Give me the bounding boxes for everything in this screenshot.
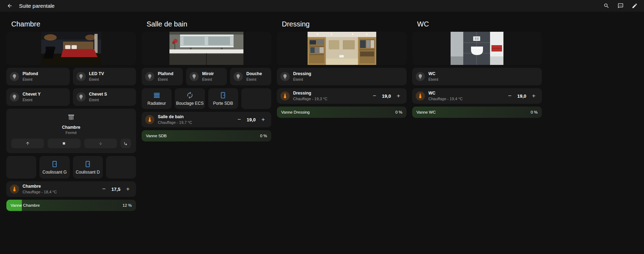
dashboard-view: Chambre Plafond xyxy=(0,12,644,214)
button-tile-radiateur[interactable]: Radiateur xyxy=(142,88,172,109)
light-tile-sdb-plafond[interactable]: Plafond Éteint xyxy=(142,68,183,85)
button-tile-bouclage-ecs[interactable]: Bouclage ECS xyxy=(175,88,205,109)
climate-tile-wc[interactable]: WC Chauffage - 19,4 °C − 19,0 + xyxy=(412,88,542,104)
picture-card-wc[interactable] xyxy=(412,32,542,65)
climate-tile-chambre[interactable]: Chambre Chauffage - 18,4 °C − 17,5 + xyxy=(6,181,136,197)
cover-controls xyxy=(11,139,131,148)
climate-tile-dressing[interactable]: Dressing Chauffage - 19,3 °C − 19,0 + xyxy=(277,88,407,104)
column-salle-de-bain: Salle de bain xyxy=(142,14,271,214)
wc-photo xyxy=(451,32,503,65)
button-label: Radiateur xyxy=(148,101,166,106)
button-label: Bouclage ECS xyxy=(176,101,204,106)
thermostat-icon xyxy=(145,115,154,124)
room-title-wc: WC xyxy=(412,20,542,28)
light-state: Éteint xyxy=(202,77,214,82)
temp-decrease-button[interactable]: − xyxy=(370,91,379,101)
picture-card-chambre[interactable] xyxy=(6,32,136,65)
temp-decrease-button[interactable]: − xyxy=(505,91,514,101)
valve-value: 0 % xyxy=(260,134,267,138)
valve-bar-chambre[interactable]: Vanne Chambre 12 % xyxy=(6,200,136,211)
button-tile-coulissant-g[interactable]: Coulissant G xyxy=(39,156,69,179)
climate-name: WC xyxy=(428,91,463,96)
climate-tile-salle-de-bain[interactable]: Salle de bain Chauffage - 19,7 °C − 19,0… xyxy=(142,112,271,127)
climate-name: Chambre xyxy=(23,184,57,189)
cover-stop-button[interactable] xyxy=(48,139,80,148)
temp-setpoint: 17,5 xyxy=(109,187,123,192)
light-tile-chambre-chevet-y[interactable]: Chevet Y Éteint xyxy=(6,88,70,106)
thermostat-icon xyxy=(280,91,290,101)
cover-card-chambre: Chambre Fermé xyxy=(6,109,136,153)
light-tile-chambre-chevet-s[interactable]: Chevet S Éteint xyxy=(73,88,136,106)
thermostat-icon xyxy=(10,185,19,194)
light-tile-sdb-miroir[interactable]: Miroir Éteint xyxy=(186,68,227,85)
chat-icon xyxy=(618,3,624,9)
lightbulb-icon xyxy=(280,72,290,81)
temp-increase-button[interactable]: + xyxy=(123,185,132,194)
light-state: Éteint xyxy=(89,77,104,82)
temp-increase-button[interactable]: + xyxy=(259,115,268,124)
light-state: Éteint xyxy=(428,77,438,82)
light-name: Miroir xyxy=(202,72,214,77)
light-name: Chevet Y xyxy=(23,92,41,97)
column-chambre: Chambre Plafond xyxy=(6,14,136,214)
lightbulb-icon xyxy=(416,72,425,81)
lightbulb-icon xyxy=(10,72,19,81)
valve-name: Vanne Dressing xyxy=(281,110,310,114)
temperature-controls: − 17,5 + xyxy=(99,185,132,194)
page-title: Suite parentale xyxy=(19,3,55,9)
cover-open-button[interactable] xyxy=(11,139,44,148)
light-state: Éteint xyxy=(23,77,38,82)
button-label: Coulissant D xyxy=(76,170,100,175)
light-state: Éteint xyxy=(246,77,262,82)
temp-increase-button[interactable]: + xyxy=(529,91,538,101)
light-tile-chambre-ledtv[interactable]: LED TV Éteint xyxy=(73,68,136,85)
edit-dashboard-button[interactable] xyxy=(630,1,639,11)
temp-increase-button[interactable]: + xyxy=(394,91,403,101)
column-dressing: Dressing xyxy=(277,14,407,214)
valve-name: Vanne Chambre xyxy=(11,203,40,207)
thermostat-icon xyxy=(416,91,425,101)
sliding-door-icon xyxy=(84,160,92,168)
dressing-photo xyxy=(308,32,376,65)
salle-de-bain-photo xyxy=(169,32,243,65)
light-tile-sdb-douche[interactable]: Douche Éteint xyxy=(230,68,271,85)
light-name: Plafond xyxy=(158,72,173,77)
temperature-controls: − 19,0 + xyxy=(235,115,268,124)
climate-state: Chauffage - 19,3 °C xyxy=(293,97,327,101)
back-button[interactable] xyxy=(5,1,14,11)
cover-close-button[interactable] xyxy=(84,139,117,148)
picture-card-salle-de-bain[interactable] xyxy=(142,32,271,65)
temp-setpoint: 19,0 xyxy=(380,93,393,99)
picture-card-dressing[interactable] xyxy=(277,32,407,65)
button-tile-coulissant-d[interactable]: Coulissant D xyxy=(73,156,103,179)
assist-button[interactable] xyxy=(616,1,625,11)
room-title-salle-de-bain: Salle de bain xyxy=(142,20,271,28)
light-tile-chambre-plafond[interactable]: Plafond Éteint xyxy=(6,68,70,85)
climate-state: Chauffage - 19,4 °C xyxy=(428,97,463,101)
stop-icon xyxy=(62,141,66,146)
temp-decrease-button[interactable]: − xyxy=(235,115,244,124)
valve-bar-dressing[interactable]: Vanne Dressing 0 % xyxy=(277,107,407,118)
temperature-controls: − 19,0 + xyxy=(370,91,403,101)
valve-bar-sdb[interactable]: Vanne SDB 0 % xyxy=(142,130,271,141)
temp-decrease-button[interactable]: − xyxy=(99,185,109,194)
room-title-dressing: Dressing xyxy=(277,20,407,28)
light-state: Éteint xyxy=(89,98,107,102)
button-tile-porte-sdb[interactable]: Porte SDB xyxy=(208,88,238,109)
window-shutter-icon xyxy=(67,113,75,122)
cover-position-button[interactable] xyxy=(120,139,131,148)
valve-value: 0 % xyxy=(531,110,538,114)
light-name: LED TV xyxy=(89,72,104,77)
valve-bar-wc[interactable]: Vanne WC 0 % xyxy=(412,107,542,118)
search-button[interactable] xyxy=(602,1,611,11)
cover-state: Fermé xyxy=(66,131,77,135)
door-icon xyxy=(219,91,227,99)
button-tile-empty-2 xyxy=(106,156,136,179)
light-name: Plafond xyxy=(23,72,38,77)
light-name: WC xyxy=(428,72,438,77)
light-tile-dressing[interactable]: Dressing Éteint xyxy=(277,68,407,85)
lightbulb-icon xyxy=(10,92,19,102)
lightbulb-icon xyxy=(234,72,243,81)
cover-name: Chambre xyxy=(62,125,80,130)
light-tile-wc[interactable]: WC Éteint xyxy=(412,68,542,85)
